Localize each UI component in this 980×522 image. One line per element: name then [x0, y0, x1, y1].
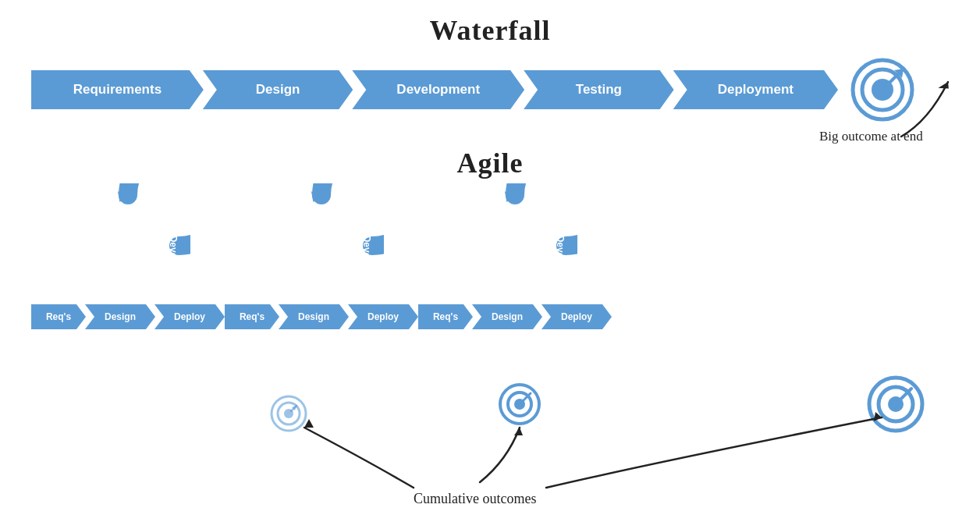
- svg-line-22: [291, 406, 296, 411]
- sprint-2-design: Design: [279, 304, 349, 329]
- svg-line-32: [900, 389, 911, 399]
- svg-text:Big outcome at end: Big outcome at end: [819, 129, 923, 144]
- waterfall-target-icon: [847, 55, 918, 125]
- sprint-2: Develop Test Req's Design Deploy: [225, 183, 418, 329]
- svg-point-25: [508, 392, 531, 416]
- svg-point-31: [888, 396, 904, 412]
- svg-point-30: [879, 387, 913, 421]
- sprint-1-deploy: Deploy: [154, 304, 225, 329]
- sprint-2-target-icon: [500, 385, 539, 424]
- sprint-3-target-icon: [869, 378, 922, 431]
- sprint-1-design: Design: [85, 304, 155, 329]
- svg-marker-28: [525, 393, 531, 399]
- svg-point-26: [514, 399, 525, 410]
- svg-point-24: [500, 385, 539, 424]
- svg-line-27: [523, 393, 531, 401]
- sprint-1-cycle: Develop Test: [66, 183, 190, 308]
- svg-point-19: [272, 396, 306, 431]
- svg-marker-33: [905, 389, 911, 396]
- waterfall-row: Requirements Design Development Testing …: [31, 55, 918, 125]
- svg-point-29: [869, 378, 922, 431]
- sprint-3-arrows: Req's Design Deploy: [418, 304, 612, 329]
- wf-step-development: Development: [352, 70, 524, 109]
- sprint-3-cycle: Develop Test: [453, 183, 577, 308]
- svg-point-20: [278, 403, 300, 424]
- svg-text:Develop: Develop: [168, 236, 179, 272]
- wf-step-testing: Testing: [524, 70, 673, 109]
- wf-step-design: Design: [203, 70, 353, 109]
- sprint-1-reqs: Req's: [31, 304, 86, 329]
- sprint-3-design: Design: [472, 304, 542, 329]
- svg-marker-17: [938, 80, 951, 93]
- main-container: Waterfall Requirements Design Developmen…: [0, 0, 980, 522]
- agile-row: Develop Test Req's Design Deploy: [31, 183, 980, 329]
- sprint-1-arrows: Req's Design Deploy: [31, 304, 225, 329]
- sprint-1: Develop Test Req's Design Deploy: [31, 183, 225, 329]
- agile-title: Agile: [0, 147, 980, 179]
- waterfall-title: Waterfall: [0, 0, 980, 47]
- svg-text:Test: Test: [464, 240, 475, 258]
- svg-point-21: [284, 409, 293, 418]
- sprint-2-reqs: Req's: [225, 304, 279, 329]
- sprint-2-arrows: Req's Design Deploy: [225, 304, 418, 329]
- wf-step-requirements: Requirements: [31, 70, 204, 109]
- sprint-3: Develop Test Req's Design Deploy: [418, 183, 612, 329]
- sprint-2-deploy: Deploy: [348, 304, 418, 329]
- sprint-2-cycle: Develop Test: [259, 183, 384, 308]
- svg-marker-23: [292, 406, 296, 410]
- svg-marker-36: [514, 428, 523, 435]
- sprint-1-target-icon: [272, 396, 306, 431]
- sprint-3-reqs: Req's: [418, 304, 473, 329]
- svg-text:Develop: Develop: [555, 236, 566, 272]
- wf-step-deployment: Deployment: [673, 70, 838, 109]
- svg-text:Cumulative outcomes: Cumulative outcomes: [414, 491, 536, 506]
- sprint-3-deploy: Deploy: [541, 304, 612, 329]
- svg-text:Develop: Develop: [361, 236, 372, 272]
- svg-marker-34: [304, 419, 314, 428]
- svg-marker-35: [874, 412, 882, 421]
- svg-text:Test: Test: [77, 240, 88, 258]
- svg-text:Test: Test: [271, 240, 282, 258]
